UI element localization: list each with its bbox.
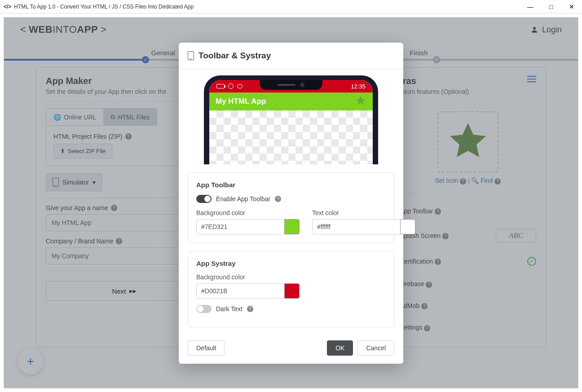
systray-bg-swatch[interactable] <box>284 283 300 299</box>
app-icon: </> <box>4 4 11 10</box>
toolbar-text-swatch[interactable] <box>400 219 415 234</box>
chat-icon <box>237 84 242 88</box>
phone-toolbar: My HTML App <box>209 92 373 110</box>
phone-app-name: My HTML App <box>216 97 266 106</box>
window-titlebar: </> HTML To App 1.0 - Convert Your HTML … <box>0 0 582 13</box>
minimize-button[interactable]: — <box>520 0 541 13</box>
bg-color-label: Background color <box>196 209 300 216</box>
phone-time: 12:35 <box>351 83 366 90</box>
close-button[interactable]: ✕ <box>561 0 582 13</box>
card-title: App Toolbar <box>196 181 386 189</box>
window-title: HTML To App 1.0 - Convert Your HTML / JS… <box>14 4 194 10</box>
battery-icon <box>216 84 225 88</box>
phone-preview: 12:35 My HTML App <box>204 75 378 164</box>
dark-text-toggle[interactable] <box>196 305 212 313</box>
app-systray-card: App Systray Background color Dark Text <box>188 251 394 328</box>
globe-icon <box>228 84 234 89</box>
ok-button[interactable]: OK <box>327 340 353 356</box>
toolbar-systray-modal: Toolbar & Systray 12:35 <box>179 43 403 364</box>
enable-toolbar-label: Enable App Toolbar <box>216 195 270 203</box>
phone-icon <box>188 51 194 60</box>
star-icon <box>355 95 366 109</box>
cancel-button[interactable]: Cancel <box>357 340 394 356</box>
modal-overlay: Toolbar & Systray 12:35 <box>0 13 582 392</box>
phone-content-area <box>209 110 373 164</box>
help-icon[interactable]: ? <box>247 306 253 312</box>
systray-bg-label: Background color <box>196 273 300 281</box>
toolbar-bg-input[interactable] <box>196 219 284 234</box>
toolbar-text-input[interactable] <box>312 219 400 234</box>
default-button[interactable]: Default <box>188 340 225 356</box>
toolbar-bg-swatch[interactable] <box>284 219 300 234</box>
help-icon[interactable]: ? <box>275 196 281 202</box>
enable-toolbar-toggle[interactable] <box>196 195 212 203</box>
modal-title: Toolbar & Systray <box>198 51 271 61</box>
dark-text-label: Dark Text <box>216 305 242 313</box>
card-title: App Systray <box>196 260 386 267</box>
maximize-button[interactable]: □ <box>541 0 561 13</box>
app-toolbar-card: App Toolbar Enable App Toolbar ? Backgro… <box>188 172 394 243</box>
systray-bg-input[interactable] <box>196 283 284 299</box>
text-color-label: Text color <box>312 209 415 216</box>
